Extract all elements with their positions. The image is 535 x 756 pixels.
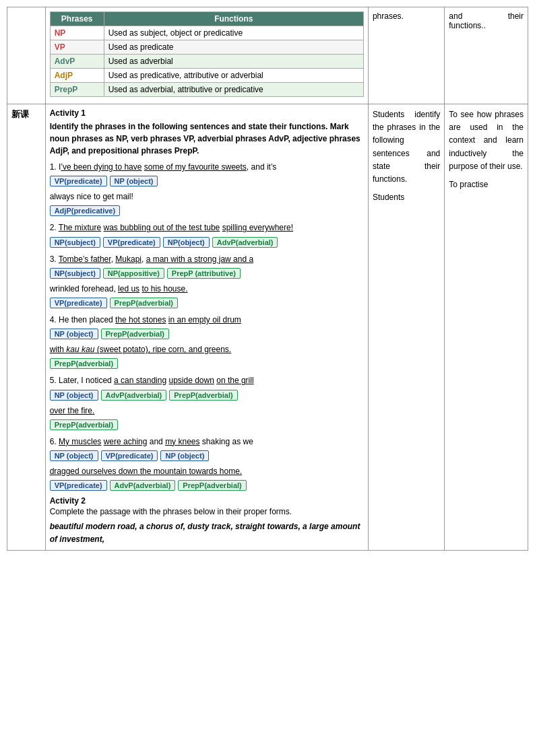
- phrases-col-header: Phrases: [50, 12, 104, 26]
- phrase-function: Used as subject, object or predicative: [104, 26, 363, 40]
- tag-np-appositive-3: NP(appositive): [103, 268, 164, 279]
- activity2-phrases: beautiful modern road, a chorus of, dust…: [50, 520, 364, 546]
- tag-np-subject-2: NP(subject): [50, 237, 100, 248]
- students-activity1-text: Students identify the phrases in the fol…: [373, 108, 440, 186]
- phrase-function: Used as adverbial: [104, 55, 363, 69]
- tag-vp-predicate-3: VP(predicate): [50, 298, 107, 308]
- tag-prepp-adverbial-4b: PrepP(adverbial): [50, 358, 118, 369]
- section-label: 新课: [11, 109, 29, 119]
- activity1-title: Activity 1: [50, 108, 364, 118]
- phrase-label: PrepP: [50, 83, 104, 97]
- tag-prepp-adverbial-5a: PrepP(adverbial): [169, 390, 237, 401]
- tag-vp-predicate-6b: VP(predicate): [50, 480, 107, 491]
- sentence-5: 5. Later, I noticed a can standing upsid…: [50, 374, 364, 429]
- top-functions-text: and their functions..: [449, 11, 524, 30]
- sentence-4: 4. He then placed the hot stones in an e…: [50, 314, 364, 369]
- teacher-activity2-text: To practise: [449, 178, 524, 191]
- tag-np-object-6b: NP (object): [160, 450, 209, 461]
- phrase-function: Used as adverbial, attributive or predic…: [104, 83, 363, 97]
- phrases-table-row: VPUsed as predicate: [50, 40, 363, 55]
- tag-vp-predicate-6: VP(predicate): [101, 450, 158, 461]
- phrase-label: VP: [50, 40, 104, 55]
- phrases-table-row: AdvPUsed as adverbial: [50, 55, 363, 69]
- functions-col-header: Functions: [104, 12, 363, 26]
- sentence-3: 3. Tombe’s father, Mukapi, a man with a …: [50, 253, 364, 308]
- sentence-1: 1. I’ve been dying to have some of my fa…: [50, 161, 364, 216]
- phrase-function: Used as predicative, attributive or adve…: [104, 69, 363, 83]
- tag-prepp-adverbial-5b: PrepP(adverbial): [50, 419, 118, 430]
- activity2-title: Activity 2: [50, 496, 364, 506]
- tag-np-object-4: NP (object): [50, 329, 98, 339]
- phrases-table-row: NPUsed as subject, object or predicative: [50, 26, 363, 40]
- sentence-6: 6. My muscles were aching and my knees s…: [50, 436, 364, 491]
- tag-np-object-1: NP (object): [110, 176, 158, 186]
- teacher-activity1-text: To see how phrases are used in the conte…: [449, 108, 524, 173]
- tag-vp-predicate-2: VP(predicate): [103, 237, 160, 248]
- top-phrases-text: phrases.: [373, 11, 404, 21]
- phrase-label: NP: [50, 26, 104, 40]
- phrase-label: AdvP: [50, 55, 104, 69]
- phrases-table-row: AdjPUsed as predicative, attributive or …: [50, 69, 363, 83]
- tag-np-object-5: NP (object): [50, 390, 98, 401]
- tag-np-subject-3: NP(subject): [50, 268, 100, 279]
- tag-adjp-predicative-1: AdjP(predicative): [50, 205, 120, 216]
- tag-prepp-adverbial-6: PrepP(adverbial): [178, 480, 246, 491]
- tag-advp-adverbial-2: AdvP(adverbial): [212, 237, 278, 248]
- tag-np-object-6: NP (object): [50, 450, 98, 461]
- phrases-table-row: PrepPUsed as adverbial, attributive or p…: [50, 83, 363, 97]
- activity2-instruction: Complete the passage with the phrases be…: [50, 506, 364, 518]
- tag-advp-adverbial-5: AdvP(adverbial): [101, 390, 167, 401]
- tag-np-object-2: NP(object): [163, 237, 210, 248]
- tag-advp-adverbial-6: AdvP(adverbial): [110, 480, 176, 491]
- activity1-instruction: Identify the phrases in the following se…: [50, 121, 364, 157]
- phrases-reference-table: Phrases Functions NPUsed as subject, obj…: [50, 11, 364, 97]
- phrase-label: AdjP: [50, 69, 104, 83]
- tag-prepp-adverbial-4a: PrepP(adverbial): [101, 329, 169, 339]
- tag-vp-predicate-1: VP(predicate): [50, 176, 107, 186]
- sentence-2: 2. The mixture was bubbling out of the t…: [50, 221, 364, 247]
- tag-prepp-adverbial-3: PrepP(adverbial): [110, 298, 178, 308]
- students-activity2-text: Students: [373, 191, 440, 204]
- tag-prepp-attributive-3: PrepP (attributive): [167, 268, 241, 279]
- phrase-function: Used as predicate: [104, 40, 363, 55]
